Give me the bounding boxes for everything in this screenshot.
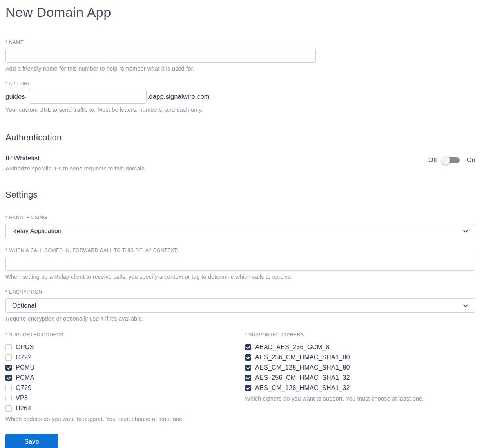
encryption-select[interactable]: Optional (5, 298, 475, 313)
cipher-option-aes-256-cm-hmac-sha1-80[interactable]: AES_256_CM_HMAC_SHA1_80 (245, 352, 475, 363)
encryption-label: * ENCRYPTION (5, 289, 475, 295)
codec-option-label: VP8 (16, 395, 28, 402)
cipher-option-aes-cm-128-hmac-sha1-32[interactable]: AES_CM_128_HMAC_SHA1_32 (245, 383, 475, 393)
checkbox-icon[interactable] (5, 375, 12, 381)
name-help-text: Add a friendly name for this number to h… (5, 65, 475, 72)
encryption-group: * ENCRYPTION Optional Require encryption… (5, 289, 475, 322)
checkbox-icon[interactable] (245, 344, 251, 350)
relay-context-input[interactable] (5, 257, 475, 271)
app-url-label: * APP URL (5, 81, 475, 87)
ciphers-help-text: Which ciphers do you want to support. Yo… (245, 395, 475, 402)
cipher-option-label: AES_256_CM_HMAC_SHA1_80 (255, 354, 350, 361)
cipher-option-label: AES_CM_128_HMAC_SHA1_32 (255, 385, 350, 392)
chevron-down-icon (462, 303, 469, 309)
name-field-group: * NAME Add a friendly name for this numb… (5, 40, 475, 72)
checkbox-icon[interactable] (245, 354, 251, 361)
codec-option-label: G729 (16, 385, 31, 392)
encryption-help-text: Require encryption or optionally use it … (5, 316, 475, 322)
relay-context-group: * WHEN A CALL COMES IN, FORWARD CALL TO … (5, 248, 475, 280)
authentication-heading: Authentication (5, 132, 475, 143)
cipher-option-label: AES_CM_128_HMAC_SHA1_80 (255, 364, 350, 371)
checkbox-icon[interactable] (245, 385, 251, 391)
cipher-checkbox-list: AEAD_AES_256_GCM_8 AES_256_CM_HMAC_SHA1_… (245, 342, 475, 393)
relay-context-help-text: When setting up a Relay client to receiv… (5, 274, 475, 280)
codec-cipher-columns: * SUPPORTED CODECS OPUS G722 PCMU PCMA G… (5, 332, 475, 422)
app-url-field-group: * APP URL guides- .dapp.signalwire.com Y… (5, 81, 475, 113)
checkbox-icon[interactable] (5, 395, 12, 401)
checkbox-icon[interactable] (5, 354, 12, 361)
ip-whitelist-toggle[interactable] (442, 157, 460, 163)
ip-whitelist-label: IP Whitelist (5, 154, 146, 162)
codec-option-pcmu[interactable]: PCMU (5, 363, 245, 373)
codec-option-h264[interactable]: H264 (5, 403, 245, 414)
save-button[interactable]: Save (5, 434, 58, 448)
checkbox-icon[interactable] (245, 365, 251, 371)
app-url-suffix: .dapp.signalwire.com (147, 93, 210, 100)
relay-context-label: * WHEN A CALL COMES IN, FORWARD CALL TO … (5, 248, 475, 253)
checkbox-icon[interactable] (5, 385, 12, 391)
supported-ciphers-group: * SUPPORTED CIPHERS AEAD_AES_256_GCM_8 A… (245, 332, 475, 422)
supported-codecs-group: * SUPPORTED CODECS OPUS G722 PCMU PCMA G… (5, 332, 245, 422)
checkbox-icon[interactable] (5, 365, 12, 371)
handle-using-label: * HANDLE USING (5, 215, 475, 220)
toggle-off-label: Off (428, 157, 437, 164)
ip-whitelist-text: IP Whitelist Authorize specific IPs to s… (5, 154, 146, 172)
chevron-down-icon (462, 228, 469, 234)
app-url-row: guides- .dapp.signalwire.com (5, 89, 475, 104)
codec-option-g729[interactable]: G729 (5, 383, 245, 393)
name-label: * NAME (5, 40, 475, 45)
toggle-knob[interactable] (442, 156, 450, 165)
checkbox-icon[interactable] (245, 375, 251, 381)
handle-using-group: * HANDLE USING Relay Application (5, 215, 475, 238)
toggle-on-label: On (467, 157, 475, 164)
ip-whitelist-help-text: Authorize specific IPs to send requests … (5, 165, 146, 172)
codec-option-label: G722 (16, 354, 31, 361)
app-url-help-text: Your custom URL to send traffic to. Must… (5, 107, 475, 113)
codec-option-label: OPUS (16, 344, 34, 351)
cipher-option-label: AEAD_AES_256_GCM_8 (255, 344, 330, 351)
codec-option-label: PCMA (16, 374, 34, 381)
cipher-option-aes-cm-128-hmac-sha1-80[interactable]: AES_CM_128_HMAC_SHA1_80 (245, 363, 475, 373)
supported-codecs-label: * SUPPORTED CODECS (5, 332, 245, 337)
settings-heading: Settings (5, 190, 475, 200)
supported-ciphers-label: * SUPPORTED CIPHERS (245, 332, 475, 337)
codec-option-pcma[interactable]: PCMA (5, 373, 245, 383)
codec-option-opus[interactable]: OPUS (5, 342, 245, 352)
handle-using-selected-value: Relay Application (12, 228, 62, 235)
codec-checkbox-list: OPUS G722 PCMU PCMA G729 VP8 (5, 342, 245, 414)
codec-option-vp8[interactable]: VP8 (5, 393, 245, 403)
checkbox-icon[interactable] (5, 405, 12, 412)
app-url-prefix: guides- (5, 93, 27, 100)
codec-option-label: H264 (16, 405, 31, 412)
encryption-selected-value: Optional (12, 302, 36, 309)
name-input[interactable] (5, 49, 316, 63)
ip-whitelist-row: IP Whitelist Authorize specific IPs to s… (5, 154, 475, 172)
codec-option-g722[interactable]: G722 (5, 352, 245, 363)
ip-whitelist-toggle-group: Off On (428, 157, 475, 164)
codec-option-label: PCMU (16, 364, 34, 371)
handle-using-select[interactable]: Relay Application (5, 224, 475, 238)
page-title: New Domain App (5, 5, 475, 20)
cipher-option-aes-256-cm-hmac-sha1-32[interactable]: AES_256_CM_HMAC_SHA1_32 (245, 373, 475, 383)
checkbox-icon[interactable] (5, 344, 12, 350)
cipher-option-label: AES_256_CM_HMAC_SHA1_32 (255, 374, 350, 381)
app-url-input[interactable] (29, 89, 147, 104)
codecs-help-text: Which codecs do you want to support. You… (5, 416, 245, 422)
cipher-option-aead-aes-256-gcm-8[interactable]: AEAD_AES_256_GCM_8 (245, 342, 475, 352)
